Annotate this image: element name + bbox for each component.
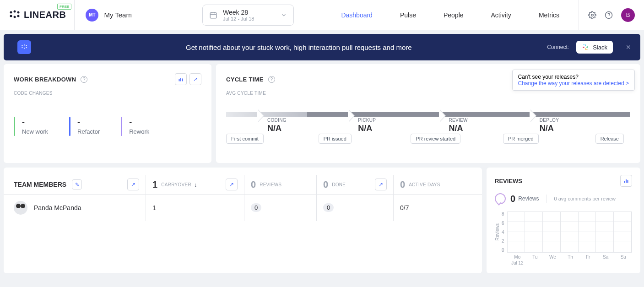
svg-point-14 xyxy=(26,47,27,48)
svg-point-7 xyxy=(591,14,594,16)
slack-button[interactable]: Slack xyxy=(576,41,613,54)
svg-rect-17 xyxy=(586,47,588,47)
help-tooltip-icon[interactable]: ? xyxy=(81,76,87,83)
reviews-card: REVIEWS 0 Reviews 0 avg comments per rev… xyxy=(487,168,640,273)
banner-icon xyxy=(15,39,34,55)
free-badge: FREE xyxy=(57,4,71,10)
cell-done: 0 xyxy=(316,195,393,221)
cycle-time-card: CYCLE TIME ? ↗ AVG CYCLE TIME Can't see … xyxy=(216,64,640,163)
cell-reviews: 0 xyxy=(244,195,316,221)
cell-active: 0/7 xyxy=(393,195,472,221)
svg-rect-20 xyxy=(180,78,181,81)
svg-point-10 xyxy=(24,44,25,45)
reviews-label: Reviews xyxy=(518,195,539,202)
metric-new-work: - New work xyxy=(14,118,56,135)
card-title: REVIEWS xyxy=(495,178,522,184)
user-avatar[interactable]: B xyxy=(621,8,635,22)
svg-point-9 xyxy=(22,45,22,46)
member-name: Panda McPanda xyxy=(34,204,81,211)
marker-pr-issued: PR issued xyxy=(319,134,352,144)
marker-pr-merged: PR merged xyxy=(503,134,539,144)
close-icon[interactable]: ✕ xyxy=(626,43,631,51)
gear-icon[interactable] xyxy=(588,11,596,19)
edit-icon[interactable]: ✎ xyxy=(72,179,82,190)
chart-icon[interactable] xyxy=(620,175,632,187)
sort-down-icon: ↓ xyxy=(194,181,197,188)
releases-hint: Can't see your releases? Change the way … xyxy=(512,70,635,91)
expand-icon[interactable]: ↗ xyxy=(189,73,201,85)
cycle-track xyxy=(226,112,630,117)
card-title: CYCLE TIME xyxy=(226,76,264,83)
help-tooltip-icon[interactable]: ? xyxy=(268,76,275,83)
team-avatar: MT xyxy=(86,9,98,22)
notification-banner: Get notified about your stuck work, high… xyxy=(4,34,640,60)
team-selector[interactable]: MT My Team xyxy=(75,9,143,22)
col-done[interactable]: 0 DONE ↗ xyxy=(316,175,393,194)
work-breakdown-card: WORK BREAKDOWN ? ↗ CODE CHANGES - New wo… xyxy=(4,64,211,163)
metric-refactor: - Refactor xyxy=(69,118,108,135)
connect-label: Connect: xyxy=(547,44,569,50)
expand-icon[interactable]: ↗ xyxy=(375,179,387,190)
releases-link[interactable]: Change the way your releases are detecte… xyxy=(518,80,629,87)
calendar-icon xyxy=(209,11,217,19)
svg-rect-15 xyxy=(583,47,584,47)
svg-point-11 xyxy=(26,45,27,46)
subtitle: AVG CYCLE TIME xyxy=(226,91,630,96)
marker-pr-review: PR review started xyxy=(411,134,460,144)
week-title: Week 28 xyxy=(223,9,254,16)
svg-point-0 xyxy=(10,11,12,13)
nav-pulse[interactable]: Pulse xyxy=(386,11,430,19)
team-members-card: TEAM MEMBERS ✎ ↗ 1 CARRYOVER ↓ ↗ 0 REVIE… xyxy=(4,168,482,273)
svg-rect-25 xyxy=(624,181,625,183)
svg-point-5 xyxy=(17,15,20,17)
svg-rect-21 xyxy=(182,79,183,81)
svg-point-12 xyxy=(22,47,22,48)
nav-people[interactable]: People xyxy=(430,11,477,19)
reviews-avg: 0 avg comments per review xyxy=(554,196,616,201)
marker-first-commit: First commit xyxy=(226,134,264,144)
slack-icon xyxy=(582,43,589,51)
nav-metrics[interactable]: Metrics xyxy=(525,11,573,19)
col-active-days[interactable]: 0 ACTIVE DAYS xyxy=(393,175,472,194)
slack-label: Slack xyxy=(593,44,607,51)
stage-review: REVIEW N/A xyxy=(449,118,540,133)
svg-rect-18 xyxy=(585,48,586,50)
svg-rect-26 xyxy=(626,179,627,183)
logo-text: LINEARB xyxy=(24,10,66,20)
logo-icon xyxy=(8,9,21,22)
svg-rect-6 xyxy=(210,12,216,18)
expand-icon[interactable]: ↗ xyxy=(226,179,238,190)
table-row[interactable]: Panda McPanda 1 0 0 0/7 xyxy=(4,194,482,221)
svg-point-13 xyxy=(24,48,25,49)
reviews-count: 0 xyxy=(510,194,515,204)
svg-rect-27 xyxy=(628,180,628,183)
card-title: WORK BREAKDOWN xyxy=(14,76,76,83)
svg-rect-19 xyxy=(179,79,180,81)
logo[interactable]: LINEARB FREE xyxy=(0,0,75,30)
chart-icon[interactable] xyxy=(175,73,187,85)
marker-release: Release xyxy=(595,134,624,144)
stage-coding: CODING N/A xyxy=(267,118,358,133)
col-carryover[interactable]: 1 CARRYOVER ↓ ↗ xyxy=(146,175,244,194)
week-picker[interactable]: Week 28 Jul 12 - Jul 18 xyxy=(202,5,294,26)
svg-point-3 xyxy=(10,15,12,17)
metric-rework: - Rework xyxy=(121,118,157,135)
svg-point-4 xyxy=(14,16,16,18)
comment-icon xyxy=(495,193,506,204)
nav-dashboard[interactable]: Dashboard xyxy=(327,11,386,19)
card-title: TEAM MEMBERS xyxy=(14,181,66,188)
cell-carryover: 1 xyxy=(146,195,244,221)
subtitle: CODE CHANGES xyxy=(14,91,201,96)
team-name: My Team xyxy=(104,11,132,19)
col-reviews[interactable]: 0 REVIEWS xyxy=(244,175,316,194)
svg-point-2 xyxy=(17,11,20,13)
chevron-down-icon xyxy=(281,12,287,18)
banner-text: Get notified about your stuck work, high… xyxy=(186,43,412,51)
svg-point-1 xyxy=(14,10,16,12)
avatar xyxy=(14,201,27,215)
expand-icon[interactable]: ↗ xyxy=(127,179,139,190)
help-icon[interactable] xyxy=(605,11,613,19)
stage-deploy: DEPLOY N/A xyxy=(540,118,630,133)
nav-activity[interactable]: Activity xyxy=(477,11,525,19)
stage-pickup: PICKUP N/A xyxy=(358,118,449,133)
